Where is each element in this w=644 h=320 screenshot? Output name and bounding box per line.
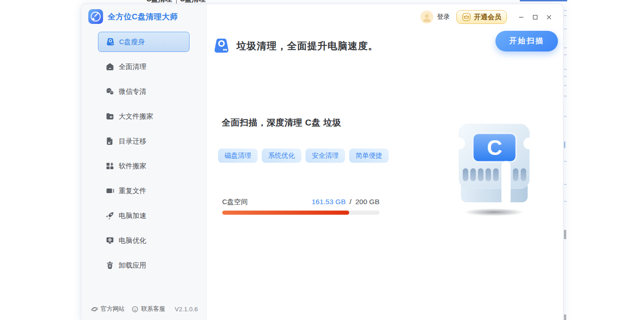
duplicate-file-icon: [105, 186, 115, 195]
edge-artifact: [564, 230, 566, 239]
sidebar-item-label: C盘瘦身: [119, 38, 145, 46]
hero-subtitle: 全面扫描，深度清理 C盘 垃圾: [222, 117, 341, 129]
disk-progress-fill: [222, 211, 349, 215]
software-move-icon: [105, 161, 115, 171]
sidebar-item-uninstall-app[interactable]: 卸载应用: [98, 255, 190, 275]
c-drive-icon: [213, 36, 230, 55]
titlebar: 登录 开通会员: [207, 4, 563, 30]
feature-tags: 磁盘清理 系统优化 安全清理 简单便捷: [218, 149, 389, 163]
sidebar: 全方位C盘清理大师 C盘瘦身 全面清理: [81, 4, 207, 320]
close-icon[interactable]: [542, 10, 556, 24]
smiley-icon: [131, 305, 139, 313]
big-file-move-icon: [105, 112, 115, 121]
sidebar-item-pc-optimize[interactable]: 电脑优化: [98, 230, 190, 251]
sidebar-item-pc-speedup[interactable]: 电脑加速: [98, 206, 190, 226]
sidebar-item-label: 软件搬家: [119, 162, 146, 171]
disk-space-label: C盘空间: [222, 198, 248, 206]
edge-artifact: [564, 184, 567, 185]
contact-support-label: 联系客服: [141, 305, 165, 313]
app-title: 全方位C盘清理大师: [108, 11, 178, 22]
edge-artifact: [564, 47, 567, 48]
sidebar-item-software-move[interactable]: 软件搬家: [98, 156, 190, 176]
sidebar-item-label: 全面清理: [119, 63, 146, 71]
sidebar-item-label: 重复文件: [119, 187, 146, 195]
edge-artifact: [564, 314, 566, 320]
wechat-clean-icon: [105, 87, 115, 96]
page-title: 垃圾清理，全面提升电脑速度。: [236, 40, 378, 52]
disk-total-value: 200 GB: [355, 198, 380, 206]
illustration-shadow: [464, 208, 524, 216]
avatar-icon: [421, 11, 433, 23]
disk-separator: /: [350, 198, 351, 206]
feature-tag: 简单便捷: [349, 149, 389, 163]
avatar[interactable]: [420, 11, 433, 23]
edge-artifact: [564, 142, 565, 148]
minimize-icon[interactable]: [514, 10, 528, 24]
sidebar-item-c-drive-slim[interactable]: C盘瘦身: [98, 32, 190, 52]
sidebar-item-wechat-clean[interactable]: 微信专清: [98, 81, 190, 102]
drive-slim-icon: [106, 37, 115, 46]
sidebar-item-duplicate-file[interactable]: 重复文件: [98, 181, 190, 201]
directory-migrate-icon: [105, 137, 115, 146]
feature-tag: 磁盘清理: [218, 149, 258, 163]
edge-artifact: [564, 29, 567, 29]
start-scan-button[interactable]: 开始扫描: [495, 31, 558, 51]
background-window-edge: [520, 0, 567, 1]
page-header: 垃圾清理，全面提升电脑速度。: [213, 36, 378, 55]
vip-button[interactable]: 开通会员: [456, 10, 507, 24]
edge-artifact: [564, 69, 567, 70]
sidebar-item-label: 电脑加速: [119, 211, 146, 220]
pc-optimize-icon: [105, 236, 115, 245]
sidebar-nav: C盘瘦身 全面清理 微信专清: [81, 32, 206, 275]
drive-letter: C: [487, 136, 502, 160]
app-version: V2.1.0.6: [175, 306, 198, 313]
sidebar-item-label: 卸载应用: [119, 261, 146, 270]
disk-space-row: C盘空间 161.53 GB / 200 GB: [222, 198, 380, 206]
broom-logo-icon: [88, 9, 103, 24]
disk-progress-bar: [222, 211, 380, 215]
pc-speedup-icon: [105, 211, 115, 220]
maximize-icon[interactable]: [528, 10, 542, 24]
edge-artifact: [564, 96, 567, 97]
planet-icon: [91, 305, 98, 313]
edge-artifact: [564, 161, 567, 162]
sidebar-item-label: 电脑优化: [119, 236, 146, 245]
edge-artifact: [564, 201, 567, 202]
disk-space-values: 161.53 GB / 200 GB: [311, 198, 380, 206]
window-controls: [514, 10, 556, 24]
sidebar-footer: 官方网站 联系客服 V2.1.0.6: [81, 299, 206, 320]
sidebar-item-full-clean[interactable]: 全面清理: [98, 57, 190, 77]
feature-tag: 安全清理: [305, 149, 345, 163]
c-drive-illustration: C: [456, 122, 532, 205]
edge-artifact: [564, 15, 567, 16]
contact-support-link[interactable]: 联系客服: [131, 305, 165, 313]
edge-artifact: [564, 10, 567, 11]
feature-tag: 系统优化: [262, 149, 301, 163]
disk-used-value: 161.53 GB: [311, 198, 345, 206]
desktop-stage: C盘清理 C盘清理: [0, 0, 644, 320]
official-website-label: 官方网站: [101, 305, 125, 313]
edge-artifact: [564, 85, 567, 86]
app-window: 全方位C盘清理大师 C盘瘦身 全面清理: [81, 4, 564, 320]
main-content: 登录 开通会员: [207, 4, 563, 320]
edge-artifact: [564, 54, 567, 55]
official-website-link[interactable]: 官方网站: [91, 305, 125, 313]
sidebar-item-label: 目录迁移: [119, 137, 146, 146]
uninstall-app-icon: [105, 261, 115, 270]
edge-artifact: [564, 116, 567, 117]
full-clean-icon: [105, 62, 115, 71]
sidebar-item-label: 微信专清: [119, 87, 146, 96]
edge-artifact: [564, 76, 567, 77]
crown-icon: [462, 12, 471, 22]
sidebar-item-label: 大文件搬家: [119, 112, 153, 121]
sidebar-item-directory-migrate[interactable]: 目录迁移: [98, 131, 190, 151]
login-button[interactable]: 登录: [437, 13, 450, 21]
app-brand: 全方位C盘清理大师: [81, 4, 206, 24]
sidebar-item-big-file-move[interactable]: 大文件搬家: [98, 106, 190, 126]
vip-button-label: 开通会员: [474, 13, 501, 22]
